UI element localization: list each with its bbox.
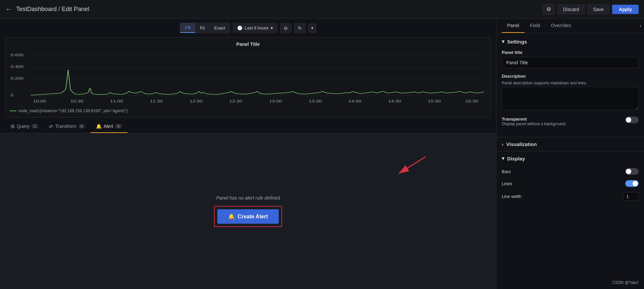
svg-text:13:00: 13:00 bbox=[269, 99, 282, 103]
tab-query[interactable]: ⊞ Query 1 bbox=[5, 120, 44, 133]
apply-button[interactable]: Apply bbox=[612, 5, 639, 14]
svg-text:11:30: 11:30 bbox=[150, 99, 163, 103]
svg-text:15:00: 15:00 bbox=[428, 99, 441, 103]
settings-button[interactable]: ⚙ bbox=[543, 4, 555, 15]
chevron-down-icon: ▾ bbox=[271, 25, 273, 30]
expand-vis-icon: › bbox=[502, 141, 503, 147]
no-alert-text: Panel has no alert rule defined bbox=[216, 195, 280, 201]
chart-title: Panel Title bbox=[10, 42, 486, 47]
alert-tab-label: Alert bbox=[104, 124, 113, 129]
visualization-section[interactable]: › Visualization bbox=[496, 137, 644, 151]
main-layout: Fill Fit Exact 🕐 Last 6 hours ▾ ⊖ ↻ ▾ Pa… bbox=[0, 19, 644, 289]
toolbar: Fill Fit Exact 🕐 Last 6 hours ▾ ⊖ ↻ ▾ bbox=[0, 19, 496, 37]
refresh-button[interactable]: ↻ bbox=[294, 23, 306, 33]
svg-text:0.200: 0.200 bbox=[11, 76, 23, 80]
settings-header-label: Settings bbox=[507, 39, 527, 45]
transparent-hint: Display panel without a background. bbox=[502, 122, 567, 126]
lines-label: Lines bbox=[502, 181, 512, 186]
tab-transform[interactable]: ⇄ Transform 0 bbox=[44, 120, 90, 133]
display-section-header[interactable]: ▾ Display bbox=[496, 151, 644, 165]
svg-text:12:30: 12:30 bbox=[229, 99, 242, 103]
display-header-label: Display bbox=[507, 156, 525, 161]
zoom-out-button[interactable]: ⊖ bbox=[280, 23, 291, 33]
legend-label: node_load1{instance="192.168.156.138:910… bbox=[18, 109, 128, 113]
settings-header[interactable]: ▾ Settings bbox=[502, 39, 639, 45]
line-width-row: Line width 1 2 3 bbox=[496, 190, 644, 203]
panel-title-input[interactable] bbox=[502, 57, 639, 68]
description-field: Description Panel description supports m… bbox=[502, 74, 639, 111]
create-alert-label: Create Alert bbox=[237, 214, 268, 220]
chart-legend: node_load1{instance="192.168.156.138:910… bbox=[10, 109, 486, 113]
svg-text:10:00: 10:00 bbox=[33, 99, 46, 103]
query-badge: 1 bbox=[32, 124, 38, 129]
panel-title-label: Panel title bbox=[502, 50, 639, 55]
header: ← TestDashboard / Edit Panel ⚙ Discard S… bbox=[0, 0, 644, 19]
back-button[interactable]: ← bbox=[5, 5, 12, 13]
arrow-annotation bbox=[389, 153, 429, 181]
transparent-label: Transparent bbox=[502, 117, 567, 122]
bars-label: Bars bbox=[502, 169, 511, 174]
collapse-icon: ▾ bbox=[502, 39, 504, 45]
expand-button[interactable]: › bbox=[640, 23, 641, 29]
svg-text:13:30: 13:30 bbox=[309, 99, 322, 103]
header-right: ⚙ Discard Save Apply bbox=[543, 4, 639, 15]
line-width-label: Line width bbox=[502, 194, 522, 199]
transparent-label-group: Transparent Display panel without a back… bbox=[502, 117, 567, 126]
collapse-display-icon: ▾ bbox=[502, 155, 504, 161]
line-width-select[interactable]: 1 2 3 bbox=[623, 192, 639, 201]
description-input[interactable] bbox=[502, 87, 639, 110]
header-left: ← TestDashboard / Edit Panel bbox=[5, 5, 89, 13]
svg-text:14:00: 14:00 bbox=[348, 99, 361, 103]
clock-icon: 🕐 bbox=[237, 25, 243, 30]
panel-title-field: Panel title bbox=[502, 50, 639, 68]
time-range-label: Last 6 hours bbox=[245, 25, 269, 30]
save-button[interactable]: Save bbox=[587, 4, 609, 14]
chart-svg: 0.600 0.400 0.200 0 10:00 10:30 11:00 11… bbox=[10, 50, 486, 106]
left-panel: Fill Fit Exact 🕐 Last 6 hours ▾ ⊖ ↻ ▾ Pa… bbox=[0, 19, 496, 289]
discard-button[interactable]: Discard bbox=[557, 4, 585, 14]
svg-text:10:30: 10:30 bbox=[70, 99, 83, 103]
transform-tab-label: Transform bbox=[55, 124, 76, 129]
description-hint: Panel description supports markdown and … bbox=[502, 81, 639, 85]
tab-field[interactable]: Field bbox=[525, 19, 545, 33]
tab-overrides[interactable]: Overrides bbox=[545, 19, 577, 33]
settings-section: ▾ Settings Panel title Description Panel… bbox=[496, 33, 644, 137]
description-label: Description bbox=[502, 74, 639, 79]
svg-text:0: 0 bbox=[11, 93, 14, 97]
svg-text:11:00: 11:00 bbox=[110, 99, 123, 103]
svg-text:0.600: 0.600 bbox=[11, 53, 23, 57]
svg-text:14:30: 14:30 bbox=[388, 99, 401, 103]
right-panel: Panel Field Overrides › ▾ Settings Panel… bbox=[496, 19, 644, 289]
transform-icon: ⇄ bbox=[49, 124, 53, 129]
page-title: TestDashboard / Edit Panel bbox=[16, 6, 89, 13]
time-range-picker[interactable]: 🕐 Last 6 hours ▾ bbox=[233, 23, 277, 33]
fill-button[interactable]: Fill bbox=[180, 23, 195, 33]
view-buttons: Fill Fit Exact bbox=[180, 23, 230, 33]
legend-line bbox=[10, 111, 16, 111]
database-icon: ⊞ bbox=[11, 124, 15, 129]
create-alert-box: 🔔 Create Alert bbox=[214, 206, 282, 227]
tab-panel[interactable]: Panel bbox=[502, 19, 525, 33]
right-panel-tabs: Panel Field Overrides › bbox=[496, 19, 644, 33]
bars-row: Bars bbox=[496, 165, 644, 177]
visualization-header-label: Visualization bbox=[506, 141, 537, 147]
lines-toggle[interactable] bbox=[625, 180, 639, 187]
query-tab-label: Query bbox=[17, 124, 30, 129]
lines-row: Lines bbox=[496, 177, 644, 190]
alert-icon: 🔔 bbox=[96, 124, 102, 129]
fit-button[interactable]: Fit bbox=[195, 23, 209, 33]
tab-alert[interactable]: 🔔 Alert 0 bbox=[91, 120, 127, 133]
svg-line-20 bbox=[399, 157, 426, 173]
bars-toggle[interactable] bbox=[625, 168, 639, 175]
alert-badge: 0 bbox=[115, 124, 122, 129]
create-alert-button[interactable]: 🔔 Create Alert bbox=[217, 209, 278, 224]
svg-text:12:00: 12:00 bbox=[190, 99, 202, 103]
svg-text:0.400: 0.400 bbox=[11, 65, 23, 69]
query-tabs: ⊞ Query 1 ⇄ Transform 0 🔔 Alert 0 bbox=[0, 120, 496, 133]
transparent-toggle-row: Transparent Display panel without a back… bbox=[502, 117, 639, 126]
time-options-button[interactable]: ▾ bbox=[308, 23, 316, 33]
exact-button[interactable]: Exact bbox=[210, 23, 230, 33]
chart-area: Panel Title 0.600 0.400 0.200 0 10:00 10… bbox=[5, 37, 491, 118]
transparent-toggle[interactable] bbox=[625, 117, 639, 123]
svg-text:15:30: 15:30 bbox=[465, 99, 478, 103]
